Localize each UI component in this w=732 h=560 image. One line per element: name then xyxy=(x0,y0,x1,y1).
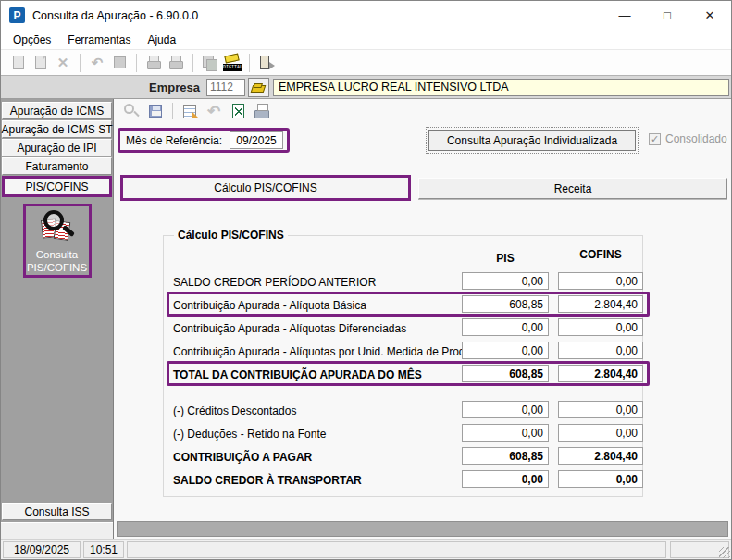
cofins-value-field[interactable]: 2.804,40 xyxy=(558,295,643,313)
consulta-pis-cofins-label: Consulta PIS/COFINS xyxy=(26,248,89,275)
tab-receita[interactable]: Receita xyxy=(418,178,727,199)
toolbar-separator xyxy=(249,54,250,72)
delete-glyph: ✕ xyxy=(57,56,69,69)
menu-item-ajuda[interactable]: Ajuda xyxy=(139,31,184,48)
pis-value-field[interactable]: 608,85 xyxy=(462,365,549,382)
calculo-groupbox: Cálculo PIS/COFINS PIS COFINS SALDO CRED… xyxy=(163,235,643,497)
maximize-button[interactable]: □ xyxy=(646,1,689,30)
row-label: Contribuição Apurada - Alíquotas por Uni… xyxy=(173,345,480,358)
undo-icon[interactable]: ↶ xyxy=(88,54,106,72)
pis-value-field[interactable]: 0,00 xyxy=(462,342,549,359)
empresa-name-field[interactable]: EMPRESA LUCRO REAL INTENSIVO LTDA xyxy=(273,79,729,96)
status-date: 18/09/2025 xyxy=(3,541,81,558)
close-button[interactable]: ✕ xyxy=(689,1,731,30)
undo-glyph: ↶ xyxy=(207,104,220,119)
row-label: CONTRIBUIÇÃO A PAGAR xyxy=(173,451,312,464)
cofins-value-field[interactable]: 0,00 xyxy=(558,318,643,336)
digital-label: DIGITAL xyxy=(223,64,242,71)
export-icon[interactable] xyxy=(201,54,219,72)
main-bottom-strip xyxy=(117,521,728,537)
exit-icon[interactable] xyxy=(257,54,276,72)
menu-item-ferramentas[interactable]: Ferramentas xyxy=(59,31,139,48)
empresa-row: Empresa 1112 EMPRESA LUCRO REAL INTENSIV… xyxy=(1,76,731,99)
empresa-label: Empresa xyxy=(149,81,200,94)
app-window: P Consulta da Apuração - 6.90.0.0 — □ ✕ … xyxy=(0,0,732,560)
title-bar: P Consulta da Apuração - 6.90.0.0 — □ ✕ xyxy=(1,1,731,30)
arrow-icon xyxy=(269,62,275,69)
print-report-icon[interactable] xyxy=(253,102,271,120)
mes-referencia-field[interactable]: 09/2025 xyxy=(230,131,283,149)
pis-value-field[interactable]: 0,00 xyxy=(462,272,549,290)
pis-value-field[interactable]: 0,00 xyxy=(462,470,549,488)
app-icon: P xyxy=(9,7,25,23)
status-message-panel xyxy=(127,541,666,558)
open-document-icon[interactable] xyxy=(31,54,50,72)
menu-bar: OpçõesFerramentasAjuda xyxy=(1,30,731,50)
row-label: SALDO CREDOR PERÍODO ANTERIOR xyxy=(173,276,376,289)
print-icon[interactable] xyxy=(144,54,163,72)
undo-record-icon[interactable]: ↶ xyxy=(205,102,223,120)
row-label: TOTAL DA CONTRIBUIÇÃO APURADA DO MÊS xyxy=(173,368,422,381)
export-excel-icon[interactable] xyxy=(229,102,247,120)
new-document-icon[interactable] xyxy=(9,54,28,72)
sidebar-bottom: Consulta ISS xyxy=(2,503,112,520)
window-title: Consulta da Apuração - 6.90.0.0 xyxy=(32,9,198,22)
delete-icon[interactable]: ✕ xyxy=(54,54,72,72)
pis-value-field[interactable]: 0,00 xyxy=(462,401,549,418)
sidebar-item-apurac-a-o-de-icms-st[interactable]: Apuração de ICMS ST xyxy=(2,120,112,138)
sidebar-item-faturamento[interactable]: Faturamento xyxy=(2,157,112,175)
sidebar-footer-strip xyxy=(1,522,113,539)
print-preview-icon[interactable] xyxy=(167,54,185,72)
groupbox-title: Cálculo PIS/COFINS xyxy=(174,229,288,242)
minimize-button[interactable]: — xyxy=(603,1,646,30)
body-region: Apuração de ICMSApuração de ICMS STApura… xyxy=(1,99,731,539)
cofins-value-field[interactable]: 0,00 xyxy=(558,272,643,290)
cofins-value-field[interactable]: 0,00 xyxy=(558,424,643,442)
window-controls: — □ ✕ xyxy=(603,1,731,30)
digital-signature-icon[interactable]: DIGITAL xyxy=(223,54,242,72)
calc-rows: SALDO CREDOR PERÍODO ANTERIOR0,000,00Con… xyxy=(164,272,642,493)
consolidado-checkbox-wrap: ✓ Consolidado xyxy=(649,132,727,145)
cofins-value-field[interactable]: 0,00 xyxy=(558,401,643,418)
calc-row: CONTRIBUIÇÃO A PAGAR608,852.804,40 xyxy=(164,447,642,470)
cofins-value-field[interactable]: 2.804,40 xyxy=(558,365,643,382)
search-icon[interactable] xyxy=(122,102,141,120)
resize-grip[interactable] xyxy=(719,547,730,558)
save-record-icon[interactable] xyxy=(146,102,165,120)
cofins-value-field[interactable]: 2.804,40 xyxy=(558,447,643,465)
save-icon[interactable] xyxy=(110,54,129,72)
empresa-label-accel: E xyxy=(149,81,157,94)
cofins-value-field[interactable]: 0,00 xyxy=(558,342,643,359)
sidebar-item-consulta-iss[interactable]: Consulta ISS xyxy=(2,503,112,520)
main-toolbar: ✕ ↶ DIGITAL xyxy=(1,50,731,76)
edit-record-icon[interactable] xyxy=(180,102,199,120)
sidebar-item-apurac-a-o-de-ipi[interactable]: Apuração de IPI xyxy=(2,139,112,156)
calc-row: Contribuição Apurada - Alíquotas por Uni… xyxy=(164,342,642,365)
mes-referencia-highlight: Mês de Referência: 09/2025 xyxy=(118,128,290,153)
cofins-value-field[interactable]: 0,00 xyxy=(558,470,643,488)
sidebar-item-pis-cofins[interactable]: PIS/COFINS xyxy=(2,176,112,197)
pis-value-field[interactable]: 0,00 xyxy=(462,424,549,442)
main-panel: ↶ Mês de Referência: 09/2025 Consulta Ap… xyxy=(114,99,731,539)
empresa-code-field[interactable]: 1112 xyxy=(206,79,245,96)
consolidado-checkbox[interactable]: ✓ xyxy=(649,133,661,145)
pis-value-field[interactable]: 608,85 xyxy=(462,447,549,465)
row-label: (-) Deduções - Retido na Fonte xyxy=(173,428,326,441)
consolidado-label: Consolidado xyxy=(665,132,727,145)
consulta-apuracao-individualizada-button[interactable]: Consulta Apuração Individualizada xyxy=(428,130,636,151)
sidebar-item-apurac-a-o-de-icms[interactable]: Apuração de ICMS xyxy=(2,102,112,119)
empresa-lookup-button[interactable] xyxy=(248,78,269,97)
pis-value-field[interactable]: 0,00 xyxy=(462,318,549,336)
pen-icon xyxy=(224,53,239,63)
consulta-pis-cofins-button[interactable]: Consulta PIS/COFINS xyxy=(23,204,92,278)
tab-calculo-pis-cofins[interactable]: Cálculo PIS/COFINS xyxy=(120,175,411,201)
empresa-label-rest: mpresa xyxy=(157,81,200,94)
mes-referencia-label: Mês de Referência: xyxy=(126,134,222,147)
row-label: Contribuição Apurada - Alíquotas Diferen… xyxy=(173,322,406,335)
status-time: 10:51 xyxy=(83,541,124,558)
menu-item-opcoes[interactable]: Opções xyxy=(5,31,59,48)
calc-row: SALDO CREDOR PERÍODO ANTERIOR0,000,00 xyxy=(164,272,642,295)
column-header-cofins: COFINS xyxy=(558,248,643,261)
row-label: (-) Créditos Descontados xyxy=(173,404,296,417)
pis-value-field[interactable]: 608,85 xyxy=(462,295,549,313)
